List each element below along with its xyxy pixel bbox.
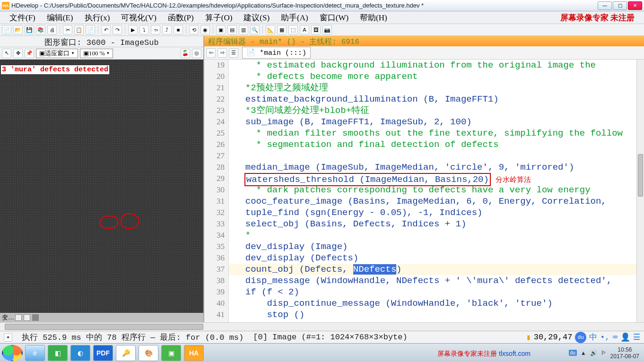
wechat-icon[interactable]: ▣ xyxy=(161,345,181,361)
graphics-pane: 图形窗口: 3600 - ImageSub ↖ ✥ 📌 ▣ 适应窗口▼ ▣ 10… xyxy=(0,36,204,322)
nav-back-icon[interactable]: ⇦ xyxy=(206,48,216,58)
title-bar: HA HDevelop - C:/Users/Public/Documents/… xyxy=(0,0,644,11)
window-icon[interactable]: ▣ xyxy=(216,25,226,34)
ie-icon[interactable]: e xyxy=(25,345,45,361)
undo-icon[interactable]: ↶ xyxy=(101,25,111,34)
dock-icon[interactable] xyxy=(15,314,22,321)
breadcrumb[interactable]: 📄 *main (:::) xyxy=(242,47,311,59)
tray-flag-icon[interactable]: ▲ xyxy=(581,350,586,356)
app-icon[interactable]: ◧ xyxy=(48,345,68,361)
exec-status: 执行 525.9 ms 中的 78 程序行 — 最后: for (0.0 ms) xyxy=(22,332,244,343)
ime-menu-icon[interactable]: ☰ xyxy=(633,332,640,342)
menu-func[interactable]: 函数(P) xyxy=(162,11,200,24)
menu-assist[interactable]: 助手(A) xyxy=(275,11,314,24)
vscroll-thumb[interactable] xyxy=(638,154,643,197)
menu-edit[interactable]: 编辑(E) xyxy=(41,11,79,24)
menu-help[interactable]: 帮助(H) xyxy=(354,11,393,24)
menu-exec[interactable]: 执行(x) xyxy=(79,11,116,24)
menu-vis[interactable]: 可视化(V) xyxy=(115,11,162,24)
ime-status[interactable]: 中 xyxy=(589,332,597,343)
taskbar: e ◧ ◐ PDF 🔑 🎨 ▣ HA 屏幕录像专家未注册 tlxsoft.com… xyxy=(0,343,644,362)
clock-date: 2017-08-07 xyxy=(610,353,639,360)
paint-icon[interactable]: 🎨 xyxy=(139,345,158,361)
tray-action-icon[interactable]: 🏳 xyxy=(601,350,607,356)
start-button[interactable] xyxy=(2,345,23,361)
minimize-btn[interactable]: — xyxy=(598,1,612,10)
pin-icon[interactable]: 📌 xyxy=(25,49,34,58)
tray-volume-icon[interactable]: 🔊 xyxy=(590,350,597,356)
stepout-icon[interactable]: ⤴ xyxy=(162,25,172,34)
code-text[interactable]: * estimated background illumination from… xyxy=(229,60,644,322)
graphics-view[interactable]: 3 'mura' defects detected xyxy=(0,60,203,313)
dock-icon[interactable] xyxy=(24,314,30,321)
variable-label: 变… xyxy=(2,313,14,322)
ops-icon[interactable]: ▥ xyxy=(239,25,248,34)
measure-icon[interactable]: 📐 xyxy=(266,25,275,34)
camera-icon[interactable]: 📷 xyxy=(322,25,332,34)
ime-user-icon[interactable]: 👤 xyxy=(620,332,630,342)
stepover-icon[interactable]: ⤼ xyxy=(151,25,160,34)
ime-punc-icon[interactable]: •, xyxy=(600,333,609,342)
target-icon[interactable]: ◎ xyxy=(192,49,201,58)
paste-icon[interactable]: 📄 xyxy=(86,25,95,34)
close-panel-icon[interactable] xyxy=(32,314,39,321)
open-icon[interactable]: 📂 xyxy=(13,25,23,34)
new-icon[interactable]: 📄 xyxy=(2,25,11,34)
status-bar: ✶ 执行 525.9 ms 中的 78 程序行 — 最后: for (0.0 m… xyxy=(0,331,644,343)
image-icon[interactable]: 🖼 xyxy=(311,25,321,34)
menu-window[interactable]: 窗口(W) xyxy=(314,11,354,24)
hscroll-thumb[interactable] xyxy=(5,324,203,330)
break-icon[interactable]: ◉ xyxy=(200,25,210,34)
window-controls: — ▢ ✕ xyxy=(598,1,642,10)
editor-title: 程序编辑器 - main* () - 主线程: 6916 xyxy=(204,36,644,46)
stop-icon[interactable]: ■ xyxy=(174,25,183,34)
crumb-label: *main (:::) xyxy=(260,49,306,57)
hdevelop-task-icon[interactable]: HA xyxy=(184,345,204,361)
menu-op[interactable]: 算子(O) xyxy=(200,11,238,24)
app-icon: HA xyxy=(2,2,9,9)
menu-file[interactable]: 文件(F) xyxy=(4,11,41,24)
zoom-label: 100 % xyxy=(89,50,105,57)
tb-sep xyxy=(262,26,263,34)
cherry-icon[interactable]: 🍒 xyxy=(181,49,190,58)
baidu-icon[interactable]: du xyxy=(575,332,586,343)
menu-sugg[interactable]: 建议(S) xyxy=(238,11,275,24)
fit-select[interactable]: ▣ 适应窗口▼ xyxy=(36,49,78,58)
keys-icon[interactable]: 🔑 xyxy=(116,345,136,361)
fit-label: 适应窗口 xyxy=(45,49,70,58)
nav-list-icon[interactable]: ☰ xyxy=(229,48,238,58)
run-icon[interactable]: ▶ xyxy=(128,25,138,34)
vscrollbar[interactable] xyxy=(636,60,644,322)
hscrollbar[interactable] xyxy=(0,322,644,331)
saveall-icon[interactable]: 📚 xyxy=(36,25,45,34)
move-icon[interactable]: ✥ xyxy=(13,49,23,58)
copy-icon[interactable]: 📋 xyxy=(74,25,84,34)
tray-baidu-icon[interactable]: du xyxy=(569,350,577,356)
clock-time[interactable]: 10:56 xyxy=(610,346,639,353)
calib-icon[interactable]: ▦ xyxy=(277,25,287,34)
match-icon[interactable]: ⬚ xyxy=(288,25,298,34)
close-btn[interactable]: ✕ xyxy=(628,1,642,10)
inspect-icon[interactable]: 🔍 xyxy=(250,25,260,34)
defect-contour xyxy=(99,215,118,229)
save-icon[interactable]: 💾 xyxy=(25,25,34,34)
browser-icon[interactable]: ◐ xyxy=(70,345,90,361)
zoom-select[interactable]: ▣ 100 %▼ xyxy=(80,49,113,58)
editor-nav: ⇦ ⇨ ☰ 📄 *main (:::) xyxy=(204,46,644,60)
cut-icon[interactable]: ✂ xyxy=(63,25,72,34)
step-icon[interactable]: ⤵ xyxy=(139,25,149,34)
menu-bar: 文件(F) 编辑(E) 执行(x) 可视化(V) 函数(P) 算子(O) 建议(… xyxy=(0,11,644,24)
ocr-icon[interactable]: A xyxy=(300,25,309,34)
pointer-icon[interactable]: ↖ xyxy=(2,49,11,58)
maximize-btn[interactable]: ▢ xyxy=(613,1,627,10)
print-icon[interactable]: 🖨 xyxy=(47,25,57,34)
ime-input-icon[interactable]: ⌨ xyxy=(613,332,618,342)
vars-icon[interactable]: ▤ xyxy=(227,25,237,34)
nav-fwd-icon[interactable]: ⇨ xyxy=(218,48,227,58)
pdf-icon[interactable]: PDF xyxy=(93,345,113,361)
system-tray: du ▲ 🔊 🏳 10:56 2017-08-07 xyxy=(569,346,642,360)
reset-icon[interactable]: ⟲ xyxy=(189,25,199,34)
code-area[interactable]: 1920212223242526272829303132333435363738… xyxy=(204,60,644,322)
variable-bar[interactable]: 变… xyxy=(0,313,203,322)
redo-icon[interactable]: ↷ xyxy=(113,25,122,34)
